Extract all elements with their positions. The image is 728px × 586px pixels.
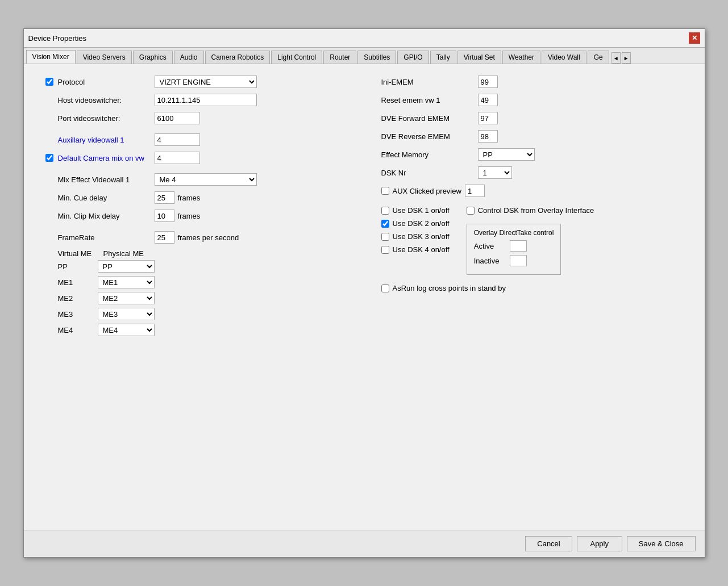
- effect-memory-label: Effect Memory: [381, 150, 478, 159]
- tab-video-servers[interactable]: Video Servers: [77, 51, 132, 64]
- tab-graphics[interactable]: Graphics: [133, 51, 173, 64]
- inactive-row: Inactive: [474, 255, 554, 266]
- virtual-me-header: Virtual ME: [58, 249, 92, 258]
- vm-me2-select[interactable]: ME2: [98, 292, 155, 304]
- main-window: Device Properties ✕ Vision Mixer Video S…: [23, 28, 705, 558]
- vm-me3-select[interactable]: ME3: [98, 308, 155, 320]
- min-clip-row: Min. Clip Mix delay frames: [41, 210, 347, 222]
- min-clip-suffix: frames: [178, 212, 201, 220]
- content-area: Protocol VIZRT ENGINE Host videoswitcher…: [24, 64, 705, 530]
- close-button[interactable]: ✕: [689, 32, 700, 44]
- aux-preview-row: AUX Clicked preview: [381, 185, 688, 197]
- vm-pp-select[interactable]: PP: [98, 260, 155, 273]
- host-input[interactable]: [155, 94, 257, 106]
- vm-table-header: Virtual ME Physical ME: [58, 249, 347, 258]
- tab-gpio[interactable]: GPI/O: [397, 51, 429, 64]
- dve-reverse-label: DVE Reverse EMEM: [381, 132, 478, 141]
- tab-subtitles[interactable]: Subtitles: [357, 51, 396, 64]
- aux-preview-label: AUX Clicked preview: [393, 187, 461, 195]
- window-title: Device Properties: [28, 34, 87, 43]
- tab-router[interactable]: Router: [323, 51, 356, 64]
- asrun-label: AsRun log cross points in stand by: [393, 284, 506, 292]
- vm-me1-label: ME1: [58, 278, 92, 287]
- tab-camera-robotics[interactable]: Camera Robotics: [205, 51, 271, 64]
- tab-tally[interactable]: Tally: [430, 51, 456, 64]
- dsk-nr-select[interactable]: 1: [478, 166, 512, 179]
- inactive-label: Inactive: [474, 257, 505, 265]
- dsk-group: Use DSK 1 on/off Use DSK 2 on/off Use DS…: [381, 206, 450, 258]
- protocol-select[interactable]: VIZRT ENGINE: [155, 76, 257, 88]
- vm-me1-select[interactable]: ME1: [98, 276, 155, 288]
- tab-weather[interactable]: Weather: [502, 51, 540, 64]
- host-row: Host videoswitcher:: [41, 94, 347, 106]
- aux-preview-input[interactable]: [465, 185, 485, 197]
- dsk4-label: Use DSK 4 on/off: [393, 245, 450, 254]
- control-dsk-section: Control DSK from Overlay Interface Overl…: [467, 206, 594, 275]
- bottom-bar: Cancel Apply Save & Close: [24, 530, 705, 557]
- min-cue-label: Min. Cue delay: [58, 194, 155, 202]
- framerate-suffix: frames per second: [178, 233, 239, 242]
- min-clip-label: Min. Clip Mix delay: [58, 212, 155, 220]
- tab-light-control[interactable]: Light Control: [271, 51, 322, 64]
- dsk2-checkbox[interactable]: [381, 220, 389, 228]
- ini-emem-input[interactable]: [478, 76, 498, 88]
- tab-audio[interactable]: Audio: [174, 51, 204, 64]
- mix-effect-select[interactable]: Me 4: [155, 173, 257, 186]
- mix-effect-label: Mix Effect Videowall 1: [58, 175, 155, 184]
- aux-row: Auxillary videowall 1: [41, 133, 347, 146]
- aux-input[interactable]: [155, 133, 200, 146]
- protocol-checkbox[interactable]: [45, 78, 53, 86]
- dsk3-checkbox[interactable]: [381, 233, 389, 241]
- overlay-box-title: Overlay DirectTake control: [474, 229, 554, 237]
- aux-preview-checkbox[interactable]: [381, 187, 389, 195]
- host-label: Host videoswitcher:: [58, 96, 155, 104]
- control-dsk-checkbox[interactable]: [467, 207, 475, 215]
- dve-reverse-row: DVE Reverse EMEM: [381, 130, 688, 143]
- tab-vision-mixer[interactable]: Vision Mixer: [26, 50, 76, 64]
- port-label: Port videoswitcher:: [58, 114, 155, 123]
- asrun-checkbox[interactable]: [381, 284, 389, 292]
- asrun-row: AsRun log cross points in stand by: [381, 284, 688, 292]
- tab-nav-left[interactable]: ◄: [611, 52, 621, 64]
- tab-ge[interactable]: Ge: [588, 51, 609, 64]
- dve-reverse-input[interactable]: [478, 130, 498, 143]
- mix-effect-row: Mix Effect Videowall 1 Me 4: [41, 173, 347, 186]
- tab-virtual-set[interactable]: Virtual Set: [457, 51, 501, 64]
- framerate-input[interactable]: [155, 231, 174, 244]
- tab-video-wall[interactable]: Video Wall: [542, 51, 586, 64]
- vm-me4-select[interactable]: ME4: [98, 324, 155, 336]
- dve-forward-input[interactable]: [478, 112, 498, 124]
- vm-row-me1: ME1 ME1: [58, 276, 347, 288]
- tab-nav-right[interactable]: ►: [622, 52, 631, 64]
- dsk3-label: Use DSK 3 on/off: [393, 232, 450, 241]
- vm-me4-label: ME4: [58, 326, 92, 334]
- dsk-nr-label: DSK Nr: [381, 169, 478, 177]
- inactive-color-box[interactable]: [510, 255, 527, 266]
- save-close-button[interactable]: Save & Close: [627, 536, 696, 551]
- active-row: Active: [474, 240, 554, 252]
- cancel-button[interactable]: Cancel: [525, 536, 572, 551]
- port-row: Port videoswitcher:: [41, 112, 347, 124]
- dsk1-row: Use DSK 1 on/off: [381, 206, 450, 215]
- dsk-section: Use DSK 1 on/off Use DSK 2 on/off Use DS…: [381, 206, 688, 275]
- dsk1-checkbox[interactable]: [381, 207, 389, 215]
- vm-pp-label: PP: [58, 262, 92, 271]
- dsk4-checkbox[interactable]: [381, 246, 389, 254]
- dsk1-label: Use DSK 1 on/off: [393, 206, 450, 215]
- min-clip-input[interactable]: [155, 210, 174, 222]
- control-dsk-label: Control DSK from Overlay Interface: [478, 206, 594, 215]
- active-color-box[interactable]: [510, 240, 527, 252]
- reset-emem-input[interactable]: [478, 94, 498, 106]
- min-cue-input[interactable]: [155, 191, 174, 204]
- port-input[interactable]: [155, 112, 200, 124]
- default-cam-checkbox[interactable]: [45, 154, 53, 162]
- overlay-box: Overlay DirectTake control Active Inacti…: [467, 224, 561, 275]
- apply-button[interactable]: Apply: [577, 536, 622, 551]
- effect-memory-row: Effect Memory PP: [381, 148, 688, 161]
- protocol-row: Protocol VIZRT ENGINE: [41, 76, 347, 88]
- effect-memory-select[interactable]: PP: [478, 148, 535, 161]
- reset-emem-label: Reset emem vw 1: [381, 96, 478, 104]
- min-cue-row: Min. Cue delay frames: [41, 191, 347, 204]
- default-cam-input[interactable]: [155, 152, 200, 164]
- reset-emem-row: Reset emem vw 1: [381, 94, 688, 106]
